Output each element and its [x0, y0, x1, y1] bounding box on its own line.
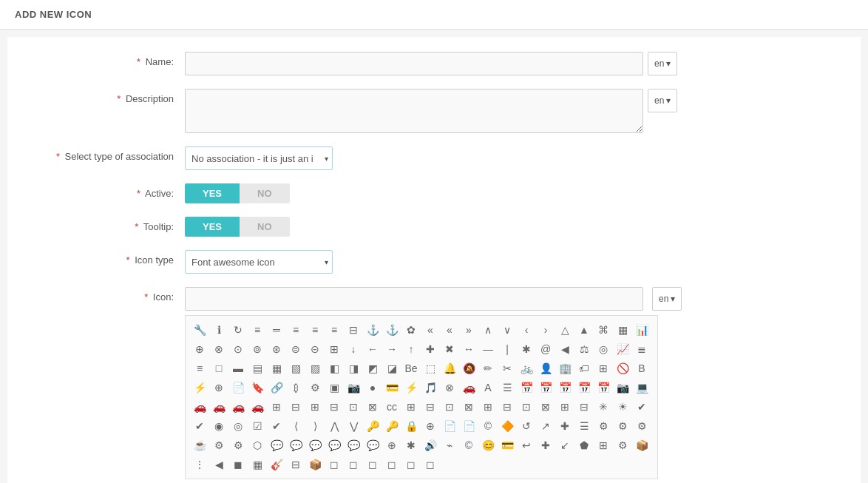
icon-cell[interactable]: 📄 [459, 416, 478, 436]
icon-cell[interactable]: ⊞ [401, 397, 421, 416]
icon-cell[interactable]: 📷 [344, 378, 363, 397]
icon-cell[interactable]: ⊠ [459, 397, 478, 416]
icon-cell[interactable]: ⊞ [305, 397, 325, 416]
icon-cell[interactable]: A [478, 378, 498, 397]
icon-cell[interactable]: ✚ [555, 416, 574, 436]
icon-cell[interactable]: ↗ [536, 416, 555, 436]
icon-cell[interactable]: 😊 [478, 436, 498, 455]
icon-cell[interactable]: 📅 [555, 378, 574, 397]
icon-cell[interactable]: ⟨ [286, 416, 305, 436]
icon-cell[interactable]: 📊 [632, 320, 651, 340]
icon-cell[interactable]: ⊞ [594, 436, 613, 455]
description-lang-button[interactable]: en ▾ [648, 89, 677, 112]
icon-cell[interactable]: ◻ [421, 455, 440, 474]
icon-cell[interactable]: ⊟ [286, 397, 305, 416]
icon-cell[interactable]: ⚙ [228, 436, 248, 455]
icon-lang-button[interactable]: en ▾ [652, 287, 682, 311]
icon-cell[interactable]: ≡ [248, 320, 267, 340]
icon-cell[interactable]: 📦 [632, 436, 651, 455]
icon-cell[interactable]: 📅 [594, 378, 613, 397]
icon-cell[interactable]: ☑ [248, 416, 267, 436]
icon-cell[interactable]: — [478, 340, 498, 359]
tooltip-yes-button[interactable]: YES [185, 217, 240, 237]
icon-cell[interactable]: ✳ [594, 397, 613, 416]
icon-cell[interactable]: ⊟ [574, 397, 594, 416]
icon-cell[interactable]: 📅 [574, 378, 594, 397]
icon-cell[interactable]: 🔕 [459, 359, 478, 378]
icon-cell[interactable]: ⚙ [632, 416, 651, 436]
icon-cell[interactable]: 👤 [536, 359, 555, 378]
icon-cell[interactable]: ⟩ [305, 416, 325, 436]
icon-cell[interactable]: ≡ [325, 320, 344, 340]
icon-cell[interactable]: ‹ [517, 320, 536, 340]
icon-cell[interactable]: ✱ [517, 340, 536, 359]
icon-cell[interactable]: ▧ [286, 359, 305, 378]
icon-cell[interactable]: ⊝ [305, 340, 325, 359]
icon-cell[interactable]: 🔔 [440, 359, 459, 378]
icon-cell[interactable]: 📷 [613, 378, 632, 397]
icon-cell[interactable]: ⋁ [344, 416, 363, 436]
icon-cell[interactable]: ⊚ [248, 340, 267, 359]
icon-cell[interactable]: ⬡ [248, 436, 267, 455]
icon-cell[interactable]: @ [536, 340, 555, 359]
icon-cell[interactable]: 🚗 [248, 397, 267, 416]
description-textarea[interactable] [185, 89, 643, 133]
icon-cell[interactable]: ⌘ [594, 320, 613, 340]
icon-cell[interactable]: ⊕ [382, 436, 401, 455]
icon-cell[interactable]: ⊞ [478, 397, 498, 416]
icon-cell[interactable]: ⚙ [594, 416, 613, 436]
icon-cell[interactable]: 🔒 [401, 416, 421, 436]
name-lang-button[interactable]: en ▾ [648, 52, 677, 75]
icon-cell[interactable]: ⊞ [555, 397, 574, 416]
icon-cell[interactable]: ⊗ [209, 340, 228, 359]
icon-cell[interactable]: 🚗 [228, 397, 248, 416]
icon-cell[interactable]: ⚙ [305, 378, 325, 397]
active-yes-button[interactable]: YES [185, 183, 240, 203]
icon-cell[interactable]: 📅 [517, 378, 536, 397]
icon-cell[interactable]: ≡ [305, 320, 325, 340]
icon-cell[interactable]: ◨ [344, 359, 363, 378]
icon-cell[interactable]: ◻ [363, 455, 382, 474]
icon-cell[interactable]: ▦ [613, 320, 632, 340]
icon-cell[interactable]: 🚫 [613, 359, 632, 378]
icon-cell[interactable]: ⊜ [286, 340, 305, 359]
icon-cell[interactable]: ⊞ [267, 397, 286, 416]
icon-cell[interactable]: 💬 [286, 436, 305, 455]
icon-cell[interactable]: ◎ [228, 416, 248, 436]
icon-cell[interactable]: 💻 [632, 378, 651, 397]
icon-cell[interactable]: □ [209, 359, 228, 378]
icon-cell[interactable]: ∨ [498, 320, 517, 340]
icon-cell[interactable]: ⚙ [209, 436, 228, 455]
icon-cell[interactable]: ◼ [228, 455, 248, 474]
icon-cell[interactable]: ✱ [401, 436, 421, 455]
icon-cell[interactable]: ◀ [209, 455, 228, 474]
icon-cell[interactable]: ▲ [574, 320, 594, 340]
icon-cell[interactable]: 📦 [305, 455, 325, 474]
icon-cell[interactable]: ⊞ [325, 340, 344, 359]
icon-cell[interactable]: ← [363, 340, 382, 359]
icon-cell[interactable]: | [498, 340, 517, 359]
icon-cell[interactable]: ⊕ [421, 416, 440, 436]
icon-cell[interactable]: ◩ [363, 359, 382, 378]
icon-cell[interactable]: ✂ [498, 359, 517, 378]
icon-cell[interactable]: ✚ [421, 340, 440, 359]
icon-cell[interactable]: 🚲 [517, 359, 536, 378]
tooltip-no-button[interactable]: NO [240, 217, 290, 237]
icon-cell[interactable]: ▦ [248, 455, 267, 474]
icon-cell[interactable]: cc [382, 397, 401, 416]
icon-cell[interactable]: ⌁ [440, 436, 459, 455]
icon-cell[interactable]: ⬟ [574, 436, 594, 455]
icon-cell[interactable]: ◎ [594, 340, 613, 359]
icon-cell[interactable]: ✏ [478, 359, 498, 378]
icon-cell[interactable]: ⊟ [325, 397, 344, 416]
icon-cell[interactable]: △ [555, 320, 574, 340]
icon-cell[interactable]: ⊕ [190, 340, 209, 359]
icon-cell[interactable]: ⊟ [498, 397, 517, 416]
icon-cell[interactable]: © [459, 436, 478, 455]
icon-cell[interactable]: ↙ [555, 436, 574, 455]
icon-cell[interactable]: 💬 [344, 436, 363, 455]
icon-cell[interactable]: 🔑 [363, 416, 382, 436]
icon-cell[interactable]: 🔧 [190, 320, 209, 340]
icon-cell[interactable]: ⊡ [344, 397, 363, 416]
icon-cell[interactable]: 💬 [325, 436, 344, 455]
